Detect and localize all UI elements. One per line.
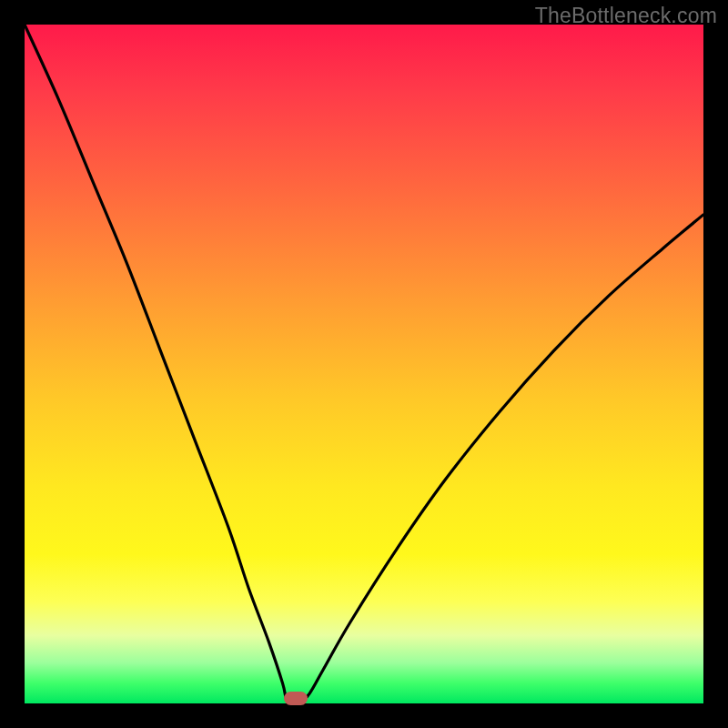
bottleneck-curve [25,25,703,703]
plot-area [25,25,703,703]
bottleneck-marker [284,692,308,705]
watermark-text: TheBottleneck.com [535,4,717,28]
chart-frame: TheBottleneck.com [0,0,728,728]
